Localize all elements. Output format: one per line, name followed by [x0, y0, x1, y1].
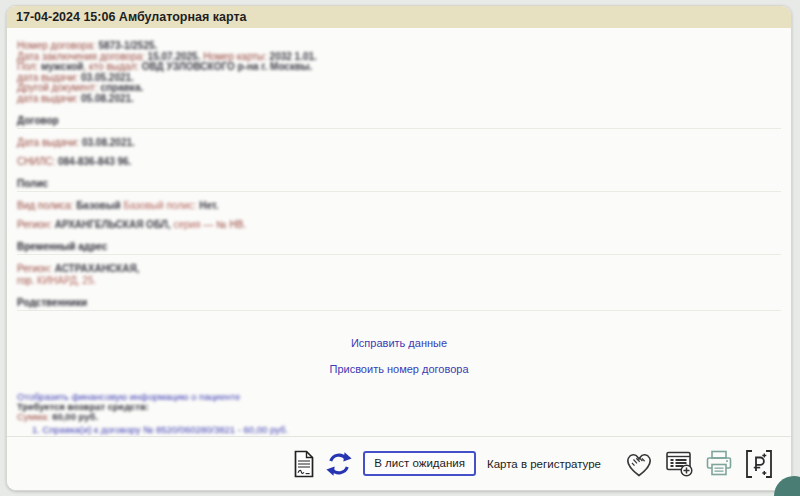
- text-segment: 15.07.2025.: [148, 51, 204, 62]
- text-segment: серия —: [173, 219, 216, 230]
- text-segment: 084-836-843 96.: [58, 156, 131, 167]
- text-segment: Пол:: [17, 61, 41, 72]
- window-title: 17-04-2024 15:06 Амбулаторная карта: [16, 10, 246, 24]
- assign-contract-number-link[interactable]: Присвоить номер договора: [17, 363, 781, 375]
- printer-icon[interactable]: [704, 450, 734, 477]
- card-in-registry-label[interactable]: Карта в регистратуре: [487, 458, 601, 470]
- section-header-contract: Договор: [17, 115, 781, 126]
- text-segment: АРХАНГЕЛЬСКАЯ ОБЛ,: [55, 219, 174, 230]
- text-segment: дата выдачи:: [17, 93, 81, 104]
- section-separator: [17, 310, 781, 311]
- issue-date-line: дата выдачи: 05.08.2021.: [17, 94, 781, 105]
- snils-line: СНИЛС: 084-836-843 96.: [17, 156, 781, 167]
- text-segment: дата выдачи:: [17, 72, 81, 83]
- refund-required-line: Требуется возврат средств:: [17, 402, 781, 412]
- text-segment: Номер карты:: [203, 51, 269, 62]
- text-segment: , кто выдал:: [84, 61, 142, 72]
- text-segment: КИНАРД, 25.: [37, 275, 96, 286]
- text-segment: 03.08.2021.: [82, 137, 135, 148]
- text-segment: гор.: [17, 275, 37, 286]
- text-segment: Базовый: [76, 200, 123, 211]
- text-segment: Регион:: [17, 263, 55, 274]
- text-segment: Нет.: [199, 200, 218, 211]
- policy-type-line: Вид полиса: Базовый Базовый полис: Нет.: [17, 200, 781, 211]
- fix-data-link[interactable]: Исправить данные: [17, 337, 781, 349]
- text-segment: 03.05.2021.: [81, 72, 134, 83]
- bottom-toolbar: В лист ожидания Карта в регистратуре: [7, 436, 791, 490]
- text-segment: Дата выдачи:: [17, 137, 82, 148]
- contract-document-icon[interactable]: [293, 450, 315, 478]
- text-segment: 5873-1/2525.: [98, 40, 157, 51]
- text-segment: Дата заключения договора:: [17, 51, 148, 62]
- text-segment: ОВД УЗЛОВСКОГО р-на г. Москвы.: [142, 61, 313, 72]
- waiting-list-button[interactable]: В лист ожидания: [363, 451, 476, 476]
- handshake-icon[interactable]: [624, 450, 654, 478]
- address-region-line: Регион: АСТРАХАНСКАЯ,: [17, 263, 781, 274]
- add-record-icon[interactable]: [665, 450, 693, 477]
- refresh-icon[interactable]: [326, 451, 352, 477]
- text-segment: справка.: [100, 82, 143, 93]
- outpatient-card-window: 17-04-2024 15:06 Амбулаторная карта Номе…: [6, 5, 792, 491]
- policy-region-line: Регион: АРХАНГЕЛЬСКАЯ ОБЛ, серия — № НВ.: [17, 219, 781, 230]
- section-separator: [17, 128, 781, 129]
- patient-card-content: Номер договора: 5873-1/2525.Дата заключе…: [7, 28, 791, 436]
- refund-certificate-link[interactable]: 1. Справка(и) к договору № 8520/060280/3…: [17, 425, 781, 435]
- text-segment: 2032 1.01.: [270, 51, 317, 62]
- text-segment: АСТРАХАНСКАЯ,: [55, 263, 140, 274]
- text-segment: СНИЛС:: [17, 156, 58, 167]
- text-segment: 60,00 руб.: [52, 411, 98, 422]
- text-segment: Регион:: [17, 219, 55, 230]
- address-city-line: гор. КИНАРД, 25.: [17, 275, 781, 286]
- text-segment: Другой документ:: [17, 82, 100, 93]
- text-segment: № НВ.: [216, 219, 246, 230]
- price-ruble-icon[interactable]: [745, 449, 773, 479]
- text-segment: мужской: [41, 61, 84, 72]
- window-titlebar: 17-04-2024 15:06 Амбулаторная карта: [7, 6, 791, 28]
- text-segment: Номер договора:: [17, 40, 98, 51]
- refund-amount-line: Сумма: 60,00 руб.: [17, 412, 781, 422]
- section-header-temp-address: Временный адрес: [17, 241, 781, 252]
- issue-date-line: Дата выдачи: 03.08.2021.: [17, 137, 781, 148]
- text-segment: Базовый полис:: [124, 200, 200, 211]
- text-segment: 05.08.2021.: [81, 93, 134, 104]
- text-segment: Вид полиса:: [17, 200, 76, 211]
- section-separator: [17, 191, 781, 192]
- text-segment: Сумма:: [17, 411, 52, 422]
- section-separator: [17, 254, 781, 255]
- section-header-relatives: Родственники: [17, 297, 781, 308]
- section-header-policy: Полис: [17, 178, 781, 189]
